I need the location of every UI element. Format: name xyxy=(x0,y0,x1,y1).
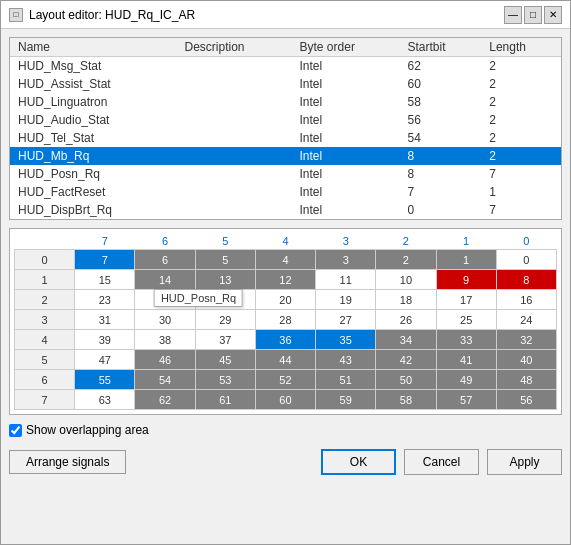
bit-cell[interactable]: 46 xyxy=(135,350,195,370)
bit-cell[interactable]: 11 xyxy=(316,270,376,290)
bit-cell[interactable]: 32 xyxy=(496,330,556,350)
bit-cell[interactable]: 42 xyxy=(376,350,436,370)
bit-cell[interactable]: 35 xyxy=(316,330,376,350)
bit-cell[interactable]: 20 xyxy=(255,290,315,310)
bit-cell[interactable]: 15 xyxy=(75,270,135,290)
bit-cell[interactable]: 48 xyxy=(496,370,556,390)
bit-cell[interactable]: 36 xyxy=(255,330,315,350)
bit-cell[interactable]: 24 xyxy=(496,310,556,330)
col-header-description: Description xyxy=(176,38,291,57)
bit-col-header-5: 5 xyxy=(195,233,255,250)
bit-grid-row: 1151413HUD_Posn_Rq12111098 xyxy=(15,270,557,290)
bit-cell[interactable]: 51 xyxy=(316,370,376,390)
bit-cell[interactable]: 57 xyxy=(436,390,496,410)
bit-cell[interactable]: 5 xyxy=(195,250,255,270)
bit-cell[interactable]: 13HUD_Posn_Rq xyxy=(195,270,255,290)
checkbox-area: Show overlapping area xyxy=(9,423,149,437)
table-row[interactable]: HUD_FactResetIntel71 xyxy=(10,183,561,201)
table-row[interactable]: HUD_Assist_StatIntel602 xyxy=(10,75,561,93)
main-window: □ Layout editor: HUD_Rq_IC_AR — □ ✕ Name… xyxy=(0,0,571,545)
bit-cell[interactable]: 38 xyxy=(135,330,195,350)
bit-cell[interactable]: 56 xyxy=(496,390,556,410)
bit-cell[interactable]: 7 xyxy=(75,250,135,270)
bit-cell[interactable]: 17 xyxy=(436,290,496,310)
table-row[interactable]: HUD_Posn_RqIntel87 xyxy=(10,165,561,183)
bit-cell[interactable]: 31 xyxy=(75,310,135,330)
cancel-button[interactable]: Cancel xyxy=(404,449,479,475)
bit-cell[interactable]: 53 xyxy=(195,370,255,390)
bit-cell[interactable]: 29 xyxy=(195,310,255,330)
bit-cell[interactable]: 50 xyxy=(376,370,436,390)
bit-cell[interactable]: 2 xyxy=(376,250,436,270)
bit-cell[interactable]: 12 xyxy=(255,270,315,290)
bit-cell[interactable]: 0 xyxy=(496,250,556,270)
maximize-button[interactable]: □ xyxy=(524,6,542,24)
bit-cell[interactable]: 58 xyxy=(376,390,436,410)
window-title: Layout editor: HUD_Rq_IC_AR xyxy=(29,8,195,22)
bit-cell[interactable]: 44 xyxy=(255,350,315,370)
bit-cell[interactable]: 3 xyxy=(316,250,376,270)
col-header-byteorder: Byte order xyxy=(292,38,400,57)
bit-cell[interactable]: 30 xyxy=(135,310,195,330)
bit-cell[interactable]: 14 xyxy=(135,270,195,290)
bit-cell[interactable]: 60 xyxy=(255,390,315,410)
bit-cell[interactable]: 41 xyxy=(436,350,496,370)
bit-cell[interactable]: 25 xyxy=(436,310,496,330)
bit-cell[interactable]: 23 xyxy=(75,290,135,310)
bit-cell[interactable]: 27 xyxy=(316,310,376,330)
arrange-signals-button[interactable]: Arrange signals xyxy=(9,450,126,474)
bit-cell[interactable]: 47 xyxy=(75,350,135,370)
bit-grid-corner xyxy=(15,233,75,250)
bit-cell[interactable]: 16 xyxy=(496,290,556,310)
table-row[interactable]: HUD_Msg_StatIntel622 xyxy=(10,57,561,76)
show-overlap-checkbox[interactable] xyxy=(9,424,22,437)
bit-cell[interactable]: 52 xyxy=(255,370,315,390)
bit-cell[interactable]: 62 xyxy=(135,390,195,410)
bit-cell[interactable]: 63 xyxy=(75,390,135,410)
bit-cell[interactable]: 26 xyxy=(376,310,436,330)
bit-cell[interactable]: 9 xyxy=(436,270,496,290)
bit-cell[interactable]: 6 xyxy=(135,250,195,270)
apply-button[interactable]: Apply xyxy=(487,449,562,475)
bit-cell[interactable]: 8 xyxy=(496,270,556,290)
bit-cell[interactable]: 59 xyxy=(316,390,376,410)
window-body: Name Description Byte order Startbit Len… xyxy=(1,29,570,544)
table-row[interactable]: HUD_Tel_StatIntel542 xyxy=(10,129,561,147)
bit-col-header-6: 6 xyxy=(135,233,195,250)
bit-cell[interactable]: 39 xyxy=(75,330,135,350)
bit-cell[interactable]: 54 xyxy=(135,370,195,390)
table-row[interactable]: HUD_DispBrt_RqIntel07 xyxy=(10,201,561,219)
table-row[interactable]: HUD_Mb_RqIntel82 xyxy=(10,147,561,165)
bit-cell[interactable]: 10 xyxy=(376,270,436,290)
bit-cell[interactable]: 33 xyxy=(436,330,496,350)
bit-cell[interactable]: 1 xyxy=(436,250,496,270)
ok-button[interactable]: OK xyxy=(321,449,396,475)
bit-row-label: 3 xyxy=(15,310,75,330)
window-icon: □ xyxy=(9,8,23,22)
bit-cell[interactable]: 43 xyxy=(316,350,376,370)
bit-cell[interactable]: 55 xyxy=(75,370,135,390)
bit-cell[interactable]: 4 xyxy=(255,250,315,270)
bit-grid-row: 54746454443424140 xyxy=(15,350,557,370)
bit-cell[interactable]: 18 xyxy=(376,290,436,310)
table-row[interactable]: HUD_LinguatronIntel582 xyxy=(10,93,561,111)
bit-col-header-3: 3 xyxy=(316,233,376,250)
bit-cell[interactable]: 49 xyxy=(436,370,496,390)
table-row[interactable]: HUD_Audio_StatIntel562 xyxy=(10,111,561,129)
bit-row-label: 0 xyxy=(15,250,75,270)
bit-cell[interactable]: 61 xyxy=(195,390,255,410)
bit-grid-row: 076543210 xyxy=(15,250,557,270)
bit-cell[interactable]: 19 xyxy=(316,290,376,310)
bit-cell[interactable]: 40 xyxy=(496,350,556,370)
buttons-row: Arrange signals OK Cancel Apply xyxy=(9,445,562,475)
col-header-startbit: Startbit xyxy=(399,38,481,57)
bit-cell[interactable]: 37 xyxy=(195,330,255,350)
signals-table: Name Description Byte order Startbit Len… xyxy=(10,38,561,219)
close-button[interactable]: ✕ xyxy=(544,6,562,24)
signals-table-container: Name Description Byte order Startbit Len… xyxy=(9,37,562,220)
minimize-button[interactable]: — xyxy=(504,6,522,24)
bit-cell[interactable]: 34 xyxy=(376,330,436,350)
bit-cell[interactable]: 28 xyxy=(255,310,315,330)
bit-row-label: 2 xyxy=(15,290,75,310)
bit-cell[interactable]: 45 xyxy=(195,350,255,370)
